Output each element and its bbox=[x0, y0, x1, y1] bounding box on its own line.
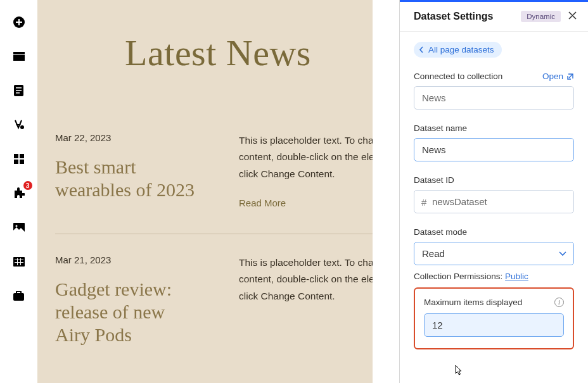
apps-button[interactable] bbox=[12, 152, 26, 166]
dynamic-pill: Dynamic bbox=[521, 11, 561, 22]
svg-rect-5 bbox=[16, 90, 22, 91]
svg-point-7 bbox=[20, 125, 24, 129]
left-toolbar: 3 bbox=[0, 0, 37, 383]
svg-rect-8 bbox=[14, 154, 18, 158]
image-icon bbox=[13, 223, 25, 232]
plus-circle-icon bbox=[13, 16, 25, 28]
panel-title: Dataset Settings bbox=[414, 11, 493, 22]
svg-rect-20 bbox=[16, 291, 21, 294]
editor-canvas: Latest News Mar 22, 2023 Best smart wear… bbox=[37, 0, 399, 383]
max-items-input[interactable] bbox=[424, 313, 564, 337]
field-label: Dataset name bbox=[414, 123, 574, 133]
dataset-mode-select[interactable] bbox=[414, 242, 574, 265]
field-label: Dataset ID bbox=[414, 175, 574, 185]
settings-panel: Dataset Settings Dynamic All page datase… bbox=[399, 0, 588, 383]
post-item: Mar 22, 2023 Best smart wearables of 202… bbox=[55, 112, 381, 234]
plugin-badge: 3 bbox=[23, 181, 32, 190]
media-button[interactable] bbox=[12, 220, 26, 234]
post-headline: Gadget review: release of new Airy Pods bbox=[55, 278, 201, 346]
external-link-icon bbox=[566, 73, 574, 80]
svg-rect-15 bbox=[15, 260, 23, 260]
post-date: Mar 22, 2023 bbox=[55, 132, 201, 143]
dataset-name-block: Dataset name bbox=[414, 123, 574, 161]
connected-collection-block: Connected to collection Open bbox=[414, 72, 574, 110]
puzzle-icon bbox=[13, 187, 25, 199]
panel-body: All page datasets Connected to collectio… bbox=[400, 32, 588, 383]
business-button[interactable] bbox=[12, 289, 26, 303]
post-headline: Best smart wearables of 2023 bbox=[55, 156, 201, 201]
cms-button[interactable] bbox=[12, 254, 26, 268]
dataset-name-input[interactable] bbox=[414, 138, 574, 161]
chevron-left-icon bbox=[419, 46, 423, 53]
dataset-id-input[interactable] bbox=[414, 190, 574, 213]
theme-button[interactable] bbox=[12, 118, 26, 132]
svg-point-13 bbox=[15, 225, 17, 227]
pages-button[interactable] bbox=[12, 84, 26, 97]
collection-permissions-row: Collection Permissions: Public bbox=[414, 272, 574, 281]
svg-rect-2 bbox=[13, 55, 25, 61]
page-title: Latest News bbox=[55, 32, 381, 74]
layers-icon bbox=[13, 52, 25, 61]
svg-rect-11 bbox=[20, 160, 24, 164]
briefcase-icon bbox=[13, 291, 24, 301]
field-label: Maximum items displayed bbox=[424, 298, 522, 307]
svg-rect-4 bbox=[16, 87, 22, 89]
open-collection-link[interactable]: Open bbox=[542, 72, 574, 81]
post-item: Mar 21, 2023 Gadget review: release of n… bbox=[55, 234, 381, 372]
table-icon bbox=[13, 257, 25, 267]
svg-rect-9 bbox=[20, 154, 24, 158]
plugins-button[interactable]: 3 bbox=[12, 186, 26, 200]
svg-rect-10 bbox=[14, 160, 18, 164]
hash-icon: # bbox=[421, 196, 426, 207]
add-button[interactable] bbox=[12, 15, 26, 29]
max-items-highlight: Maximum items displayed i bbox=[414, 287, 574, 349]
panel-header: Dataset Settings Dynamic bbox=[400, 2, 588, 32]
svg-rect-16 bbox=[15, 262, 23, 263]
permissions-link[interactable]: Public bbox=[505, 272, 528, 281]
connected-collection-input[interactable] bbox=[414, 86, 574, 110]
close-icon bbox=[568, 11, 577, 20]
dataset-mode-block: Dataset mode Collection Permissions: Pub… bbox=[414, 227, 574, 281]
close-button[interactable] bbox=[568, 11, 577, 22]
dataset-id-block: Dataset ID # bbox=[414, 175, 574, 213]
svg-rect-6 bbox=[16, 92, 20, 94]
grid-icon bbox=[14, 154, 24, 164]
info-icon[interactable]: i bbox=[554, 298, 564, 307]
svg-rect-1 bbox=[13, 52, 25, 54]
post-date: Mar 21, 2023 bbox=[55, 254, 201, 265]
layers-button[interactable] bbox=[12, 49, 26, 63]
field-label: Dataset mode bbox=[414, 227, 574, 237]
page-icon bbox=[14, 85, 23, 96]
theme-icon bbox=[13, 119, 25, 130]
back-link[interactable]: All page datasets bbox=[414, 42, 502, 58]
canvas-gap bbox=[373, 0, 399, 383]
svg-rect-14 bbox=[13, 257, 25, 267]
field-label: Connected to collection bbox=[414, 72, 502, 81]
svg-rect-18 bbox=[20, 258, 21, 265]
svg-rect-17 bbox=[17, 258, 18, 265]
